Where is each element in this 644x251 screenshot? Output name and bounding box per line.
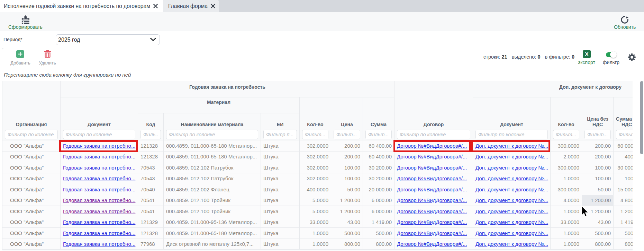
svg-text:X: X — [585, 51, 588, 57]
